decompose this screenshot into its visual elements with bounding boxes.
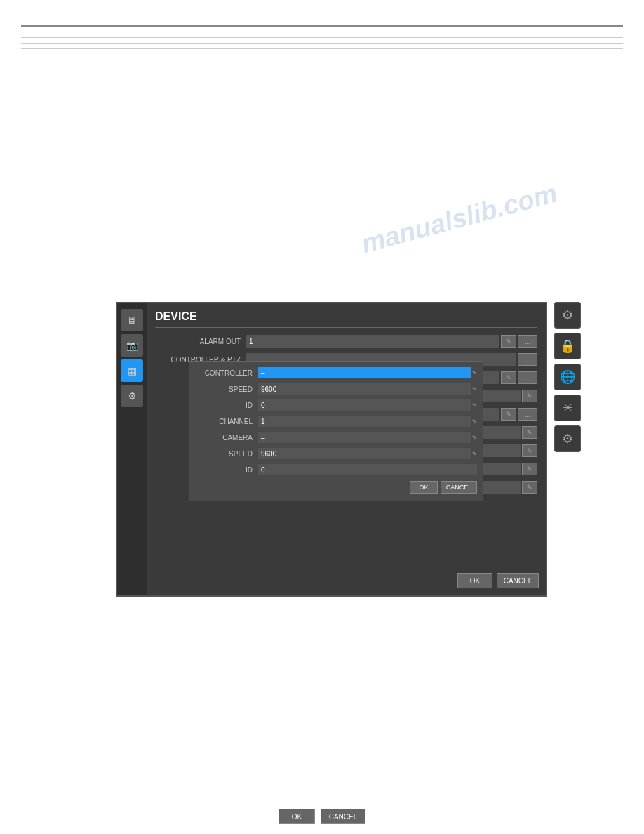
dialog-content: DEVICE ALARM OUT ✎ ... CONTROLLER & PTZ …: [147, 303, 546, 595]
alarm-out-field-group: ✎ ...: [246, 335, 537, 348]
right-icon-gear[interactable]: ⚙: [554, 302, 581, 329]
sub-row-id2: ID: [195, 463, 477, 477]
sub-label-id1: ID: [195, 402, 258, 409]
sub-speed2-input[interactable]: [258, 448, 471, 459]
sidebar-icon-monitor[interactable]: 🖥: [121, 309, 143, 331]
sub-cancel-button[interactable]: CANCEL: [441, 481, 477, 494]
outer-ok-button[interactable]: OK: [279, 809, 315, 824]
dialog-title: DEVICE: [155, 310, 537, 328]
watermark: manualslib.com: [358, 178, 561, 260]
asterisk-icon: ✳: [563, 400, 573, 416]
sub-row-controller: CONTROLLER ✎: [195, 366, 477, 380]
gear-icon: ⚙: [562, 307, 573, 323]
remote-edit-btn[interactable]: ✎: [522, 444, 537, 457]
sub-row-channel: CHANNEL ✎: [195, 414, 477, 428]
channel-edit-btn[interactable]: ✎: [501, 371, 516, 384]
sub-label-id2: ID: [195, 466, 258, 474]
line-2: [21, 25, 623, 27]
dialog-sidebar: 🖥 📷 ▦ ⚙: [117, 303, 147, 595]
alarm-out-input[interactable]: [246, 335, 499, 348]
sensor-edit-btn[interactable]: ✎: [522, 463, 537, 475]
channel-dots-btn[interactable]: ...: [518, 371, 537, 384]
sub-controller-edit-icon: ✎: [472, 370, 477, 376]
line-6: [21, 48, 623, 49]
top-lines: [21, 20, 623, 54]
sub-label-controller: CONTROLLER: [195, 369, 258, 377]
sub-row-id1: ID ✎: [195, 398, 477, 412]
sub-ok-button[interactable]: OK: [410, 481, 438, 494]
sub-row-speed2: SPEED ✎: [195, 446, 477, 461]
right-icon-globe[interactable]: 🌐: [554, 364, 581, 390]
motion2-dots-btn[interactable]: ...: [518, 408, 537, 421]
sub-speed2-edit-icon: ✎: [472, 451, 477, 457]
sidebar-icon-camera[interactable]: 📷: [121, 334, 143, 357]
sub-id1-edit-icon: ✎: [472, 402, 477, 409]
sub-id2-input[interactable]: [258, 464, 477, 475]
sub-camera-edit-icon: ✎: [472, 435, 477, 441]
sub-row-speed1: SPEED ✎: [195, 382, 477, 396]
sub-label-camera: CAMERA: [195, 434, 258, 442]
dialog-buttons: OK CANCEL: [457, 573, 539, 588]
camera-icon: 📷: [126, 340, 138, 351]
monitor-icon: 🖥: [127, 315, 137, 326]
right-icon-panel: ⚙ 🔒 🌐 ✳ ⚙: [554, 302, 581, 452]
motion1-edit-btn[interactable]: ✎: [522, 390, 537, 402]
person-gear-icon: ⚙: [128, 390, 137, 402]
sub-label-speed2: SPEED: [195, 450, 258, 458]
outer-cancel-button[interactable]: CANCEL: [321, 809, 365, 824]
sub-row-camera: CAMERA ✎: [195, 430, 477, 444]
motion2-edit-btn[interactable]: ✎: [501, 408, 516, 421]
device-dialog: 🖥 📷 ▦ ⚙ DEVICE ALARM OUT ✎ ... CONTROLLE…: [116, 302, 547, 597]
right-icon-asterisk[interactable]: ✳: [554, 395, 581, 421]
alarm-out-dots-btn[interactable]: ...: [518, 335, 537, 348]
sidebar-icon-settings-user[interactable]: ⚙: [121, 385, 143, 407]
sidebar-icon-grid[interactable]: ▦: [121, 359, 143, 382]
line-4: [21, 37, 623, 38]
dialog-ok-button[interactable]: OK: [457, 573, 492, 588]
sub-speed1-input[interactable]: [258, 383, 471, 395]
sub-speed1-edit-icon: ✎: [472, 386, 477, 392]
sub-label-speed1: SPEED: [195, 385, 258, 393]
form-row-alarm-out: ALARM OUT ✎ ...: [155, 333, 537, 349]
keyton-edit-btn[interactable]: ✎: [522, 426, 537, 439]
controller-ptz-dots-btn[interactable]: ...: [518, 353, 537, 366]
lock-icon: 🔒: [560, 338, 575, 354]
sub-camera-input[interactable]: [258, 432, 471, 443]
grid-icon: ▦: [128, 365, 137, 376]
label-alarm-out: ALARM OUT: [155, 338, 246, 345]
type-edit-btn[interactable]: ✎: [522, 481, 537, 494]
sub-label-channel: CHANNEL: [195, 418, 258, 425]
sub-channel-input[interactable]: [258, 416, 471, 427]
outer-buttons: OK CANCEL: [279, 809, 365, 824]
sub-id1-input[interactable]: [258, 399, 471, 411]
gear2-icon: ⚙: [562, 431, 573, 446]
dialog-cancel-button[interactable]: CANCEL: [497, 573, 539, 588]
sub-dialog-buttons: OK CANCEL: [195, 481, 477, 494]
line-1: [21, 20, 623, 20]
sub-channel-edit-icon: ✎: [472, 418, 477, 425]
right-icon-gear2[interactable]: ⚙: [554, 425, 581, 452]
line-5: [21, 43, 623, 44]
alarm-out-edit-btn[interactable]: ✎: [501, 335, 516, 348]
globe-icon: 🌐: [560, 369, 575, 385]
sub-dialog-controller: CONTROLLER ✎ SPEED ✎ ID ✎ CHANNEL ✎ CAME: [189, 361, 483, 501]
line-3: [21, 32, 623, 32]
right-icon-lock[interactable]: 🔒: [554, 333, 581, 359]
sub-controller-input[interactable]: [258, 367, 471, 378]
